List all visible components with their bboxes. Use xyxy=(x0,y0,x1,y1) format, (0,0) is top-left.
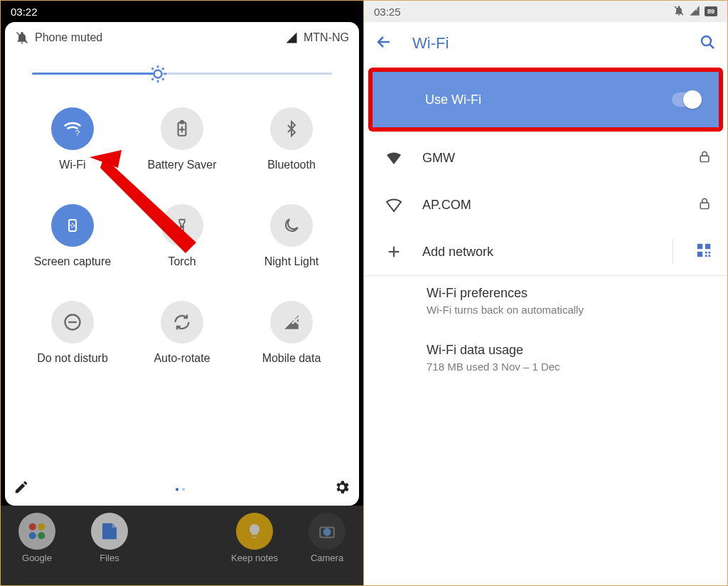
svg-point-0 xyxy=(29,523,36,531)
quick-settings-panel: Phone muted MTN-NG xyxy=(5,22,359,506)
app-label: Files xyxy=(100,553,119,563)
bell-off-icon xyxy=(673,5,685,18)
pref-subtitle: Wi-Fi turns back on automatically xyxy=(427,304,710,316)
network-row-gmw[interactable]: GMW xyxy=(364,134,727,181)
qs-tile-dnd[interactable]: Do not disturb xyxy=(18,301,127,365)
svg-line-34 xyxy=(710,44,714,48)
battery-indicator: 89 xyxy=(705,6,717,16)
svg-point-33 xyxy=(702,36,711,46)
lock-icon xyxy=(697,196,712,214)
edit-button[interactable] xyxy=(14,479,29,498)
use-wifi-row[interactable]: Use Wi-Fi xyxy=(373,72,719,127)
qs-tile-bluetooth[interactable]: Bluetooth xyxy=(237,107,346,171)
wifi-preferences-row[interactable]: Wi-Fi preferences Wi-Fi turns back on au… xyxy=(364,276,727,326)
tile-label: Mobile data xyxy=(262,352,321,365)
statusbar-right: 03:25 x 89 xyxy=(364,1,727,22)
qs-tile-battery-saver[interactable]: Battery Saver xyxy=(127,107,237,171)
signal-icon: x xyxy=(689,5,700,18)
tile-label: Do not disturb xyxy=(37,352,108,365)
svg-point-4 xyxy=(323,528,331,536)
svg-text:?: ? xyxy=(75,129,80,137)
app-camera[interactable]: Camera xyxy=(299,513,355,563)
pref-title: Wi-Fi preferences xyxy=(427,286,710,301)
svg-rect-43 xyxy=(708,251,710,253)
lock-icon xyxy=(697,149,712,167)
qs-tile-screen-capture[interactable]: Screen capture xyxy=(18,204,127,268)
qs-tile-autorotate[interactable]: Auto-rotate xyxy=(127,301,237,365)
appbar: Wi-Fi xyxy=(364,22,727,65)
brightness-thumb-icon[interactable] xyxy=(149,65,167,86)
brightness-slider[interactable] xyxy=(32,65,332,82)
svg-line-15 xyxy=(162,68,164,70)
app-google[interactable]: Google xyxy=(9,513,65,563)
svg-point-2 xyxy=(29,532,36,539)
svg-point-1 xyxy=(38,523,45,531)
right-phone: 03:25 x 89 Wi-Fi Use Wi-Fi xyxy=(364,1,727,585)
app-label: Google xyxy=(22,553,52,563)
home-row: Google Files Keep notes Camera xyxy=(1,506,363,585)
left-phone: 03:22 Google Files Keep notes xyxy=(1,1,364,585)
svg-point-3 xyxy=(38,532,45,539)
svg-point-22 xyxy=(71,224,75,228)
page-title: Wi-Fi xyxy=(412,34,679,53)
svg-rect-40 xyxy=(705,243,710,248)
carrier-name: MTN-NG xyxy=(304,31,349,44)
svg-rect-45 xyxy=(708,255,710,257)
wifi-full-icon xyxy=(384,149,404,166)
clock: 03:22 xyxy=(11,6,38,18)
clock: 03:25 xyxy=(374,6,401,18)
screen-capture-icon xyxy=(51,204,94,247)
svg-line-13 xyxy=(162,78,164,80)
wifi-outline-icon xyxy=(384,196,404,213)
tile-label: Torch xyxy=(168,255,196,268)
svg-line-14 xyxy=(152,78,154,80)
mobile-data-icon xyxy=(270,301,313,343)
qs-tile-torch[interactable]: Torch xyxy=(127,204,237,268)
svg-line-12 xyxy=(152,68,154,70)
search-button[interactable] xyxy=(699,33,716,53)
app-keepnotes[interactable]: Keep notes xyxy=(226,513,283,563)
bluetooth-icon xyxy=(270,107,313,150)
network-row-apcom[interactable]: AP.COM xyxy=(364,181,727,228)
dnd-icon xyxy=(51,301,94,343)
network-name: GMW xyxy=(422,151,679,166)
svg-rect-42 xyxy=(705,251,707,253)
wifi-icon: ? xyxy=(51,107,94,150)
qs-tile-mobiledata[interactable]: Mobile data xyxy=(237,301,346,365)
wifi-data-usage-row[interactable]: Wi-Fi data usage 718 MB used 3 Nov – 1 D… xyxy=(364,333,727,383)
svg-rect-18 xyxy=(181,121,183,123)
qs-tile-night-light[interactable]: Night Light xyxy=(237,204,346,268)
qr-button[interactable] xyxy=(696,243,712,262)
settings-button[interactable] xyxy=(333,479,350,499)
svg-rect-36 xyxy=(700,203,709,208)
wifi-toggle[interactable] xyxy=(672,92,700,107)
tile-label: Auto-rotate xyxy=(154,352,210,365)
rotate-icon xyxy=(161,301,203,343)
signal-icon xyxy=(285,31,298,44)
statusbar-left: 03:22 xyxy=(1,1,363,22)
tile-label: Night Light xyxy=(264,255,319,268)
add-network-label: Add network xyxy=(422,245,654,260)
battery-plus-icon xyxy=(161,107,203,150)
svg-rect-39 xyxy=(697,243,702,248)
back-button[interactable] xyxy=(375,33,392,53)
use-wifi-label: Use Wi-Fi xyxy=(425,92,672,107)
tile-label: Screen capture xyxy=(34,255,112,268)
bell-off-icon xyxy=(15,31,29,45)
svg-rect-21 xyxy=(69,220,76,231)
moon-icon xyxy=(270,204,313,247)
network-name: AP.COM xyxy=(422,198,679,213)
svg-point-23 xyxy=(181,226,183,228)
app-files[interactable]: Files xyxy=(81,513,138,563)
phone-muted-label: Phone muted xyxy=(35,31,102,44)
usage-title: Wi-Fi data usage xyxy=(427,343,710,358)
tile-label: Battery Saver xyxy=(148,159,217,171)
add-network-row[interactable]: Add network xyxy=(364,228,727,275)
qs-tile-wifi[interactable]: ? Wi-Fi xyxy=(18,107,127,171)
highlight-annotation: Use Wi-Fi xyxy=(368,68,723,132)
torch-icon xyxy=(161,204,203,247)
tile-label: Wi-Fi xyxy=(59,159,85,171)
svg-rect-44 xyxy=(705,255,707,257)
separator xyxy=(673,239,673,265)
app-label: Camera xyxy=(311,553,343,563)
